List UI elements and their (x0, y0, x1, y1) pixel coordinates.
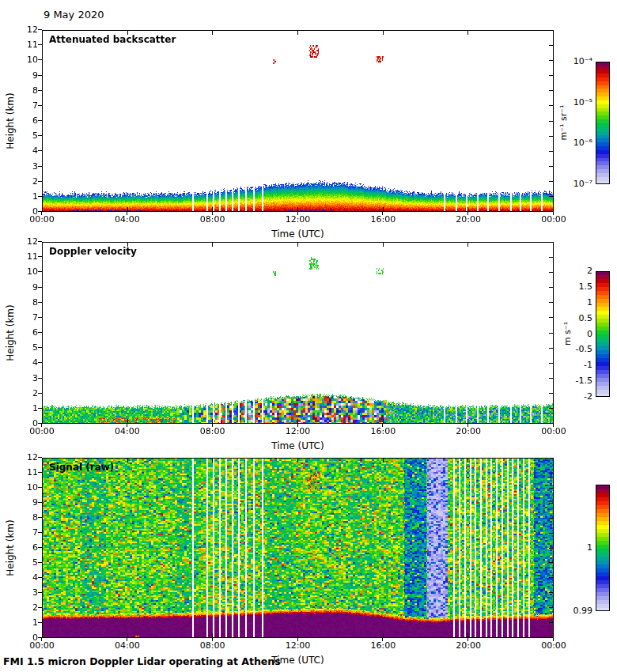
y-tick-label: 8 (17, 297, 38, 308)
y-tick-label: 12 (17, 25, 38, 35)
colorbar-tick-label: 2 (556, 266, 592, 276)
y-tick-label: 5 (17, 342, 38, 353)
axis-tick (41, 212, 42, 215)
axis-tick (127, 638, 127, 641)
panel-title-backscatter: Attenuated backscatter (49, 34, 176, 45)
colorbar-tick-label: -1 (556, 360, 592, 370)
footer-caption: FMI 1.5 micron Doppler Lidar operating a… (3, 655, 281, 667)
y-tick-label: 3 (17, 587, 38, 598)
axis-tick (38, 622, 42, 623)
axis-tick (38, 378, 42, 379)
axis-tick (38, 547, 42, 548)
x-tick-label: 20:00 (456, 640, 481, 651)
axis-tick (38, 120, 42, 121)
height-axis-label-doppler: Height (km) (5, 304, 16, 361)
axis-tick (38, 637, 42, 638)
colorbar-tick-label: -0.5 (556, 344, 592, 354)
colorbar-tick-label: 1.5 (556, 281, 592, 292)
axis-tick (38, 196, 42, 197)
y-tick-label: 12 (17, 236, 38, 247)
y-tick-label: 1 (17, 191, 38, 202)
axis-tick (41, 424, 42, 427)
axis-tick (38, 472, 42, 473)
axis-tick (38, 287, 42, 288)
y-tick-label: 6 (17, 115, 38, 126)
axis-tick (467, 638, 468, 641)
axis-tick (38, 241, 42, 242)
axis-tick (297, 424, 298, 427)
time-axis-label-backscatter: Time (UTC) (42, 228, 554, 240)
axis-tick (38, 256, 42, 257)
y-tick-label: 10 (17, 55, 38, 65)
x-tick-label: 16:00 (370, 640, 396, 651)
y-tick-label: 11 (17, 467, 38, 478)
y-tick-label: 6 (17, 327, 38, 338)
x-tick-label: 04:00 (115, 640, 140, 651)
x-tick-label: 08:00 (200, 426, 225, 436)
axis-tick (38, 347, 42, 348)
x-tick-label: 16:00 (370, 426, 396, 436)
axis-tick (38, 532, 42, 533)
x-tick-label: 00:00 (541, 214, 566, 225)
y-tick-label: 12 (17, 452, 38, 462)
time-axis-label-doppler: Time (UTC) (42, 440, 554, 451)
axis-tick (467, 424, 468, 427)
y-tick-label: 7 (17, 100, 38, 111)
axis-tick (38, 408, 42, 409)
panel-title-doppler: Doppler velocity (49, 246, 137, 257)
axis-tick (553, 424, 554, 427)
y-tick-label: 11 (17, 251, 38, 262)
axis-tick (38, 105, 42, 106)
axis-tick (38, 517, 42, 518)
axis-tick (38, 271, 42, 272)
colorbar-tick-label: 0 (556, 329, 592, 339)
colorbar-tick-label: 10⁻⁴ (556, 56, 592, 66)
axis-tick (127, 212, 127, 215)
y-tick-label: 8 (17, 85, 38, 96)
y-tick-label: 6 (17, 542, 38, 553)
x-tick-label: 08:00 (200, 214, 225, 225)
axis-tick (38, 457, 42, 458)
colorbar-tick-label: 0.99 (556, 606, 592, 616)
axis-tick (38, 29, 42, 30)
y-tick-label: 9 (17, 497, 38, 508)
y-tick-label: 0 (17, 206, 38, 217)
axis-tick (38, 59, 42, 60)
y-tick-label: 4 (17, 357, 38, 368)
axis-tick (38, 393, 42, 394)
x-tick-label: 12:00 (286, 214, 311, 225)
x-tick-label: 20:00 (456, 214, 481, 225)
colorbar-tick-label: 1 (556, 297, 592, 308)
date-title: 9 May 2020 (44, 9, 104, 21)
colorbar-doppler (596, 271, 610, 397)
lidar-quicklook-figure: 9 May 2020 Attenuated backscatter Height… (0, 0, 617, 672)
y-tick-label: 4 (17, 145, 38, 156)
y-tick-label: 2 (17, 388, 38, 398)
y-tick-label: 2 (17, 176, 38, 187)
panel-title-signal: Signal (raw) (49, 462, 114, 473)
axis-tick (38, 577, 42, 578)
y-tick-label: 2 (17, 602, 38, 613)
axis-tick (127, 424, 127, 427)
height-axis-label-backscatter: Height (km) (5, 92, 16, 149)
y-tick-label: 4 (17, 572, 38, 583)
x-tick-label: 12:00 (286, 426, 311, 436)
y-tick-label: 5 (17, 130, 38, 141)
x-tick-label: 04:00 (115, 426, 140, 436)
axis-tick (212, 212, 213, 215)
y-tick-label: 0 (17, 632, 38, 643)
axis-tick (38, 332, 42, 333)
axis-tick (38, 44, 42, 45)
axis-tick (38, 181, 42, 182)
axis-tick (38, 90, 42, 91)
doppler-velocity-heatmap (42, 242, 554, 424)
y-tick-label: 1 (17, 403, 38, 413)
axis-tick (467, 212, 468, 215)
colorbar-tick-label: 1 (556, 542, 592, 553)
axis-tick (553, 638, 554, 641)
axis-tick (382, 638, 383, 641)
axis-tick (297, 212, 298, 215)
raw-signal-heatmap (42, 458, 554, 638)
y-tick-label: 3 (17, 161, 38, 172)
axis-tick (38, 487, 42, 488)
